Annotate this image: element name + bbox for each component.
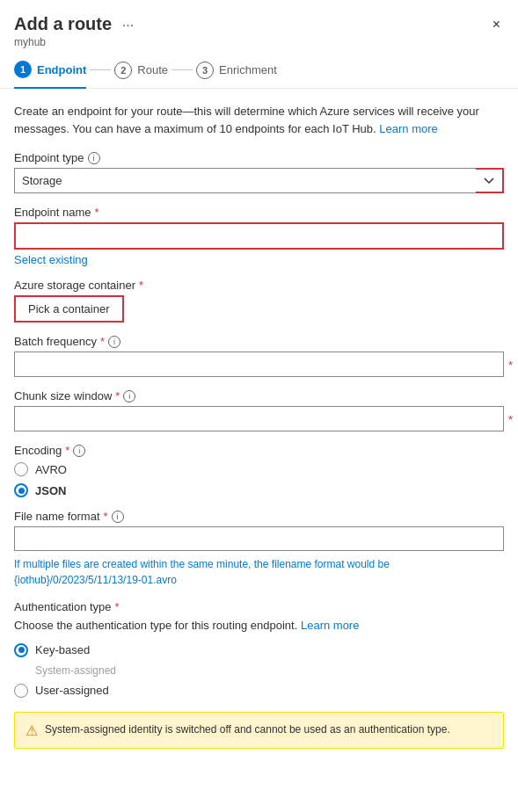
batch-frequency-field: Batch frequency * i 100 * <box>14 335 504 377</box>
endpoint-name-label: Endpoint name * <box>14 206 504 219</box>
endpoint-type-field: Endpoint type i Storage Event Hubs Servi… <box>14 151 504 193</box>
authentication-type-label: Authentication type * <box>14 600 504 613</box>
azure-storage-container-field: Azure storage container * Pick a contain… <box>14 279 504 323</box>
endpoint-type-select-wrapper: Storage Event Hubs Service Bus Queue Ser… <box>14 168 504 193</box>
auth-key-based-option[interactable]: Key-based <box>14 643 504 657</box>
required-star-container: * <box>139 279 143 292</box>
step-label-route: Route <box>137 63 168 76</box>
encoding-label: Encoding * i <box>14 444 504 457</box>
step-label-endpoint: Endpoint <box>37 63 86 76</box>
auth-user-assigned-radio[interactable] <box>14 684 28 698</box>
auth-key-based-radio[interactable] <box>14 643 28 657</box>
encoding-json-radio[interactable] <box>14 483 28 497</box>
title-row: Add a route ··· <box>14 14 134 34</box>
encoding-avro-radio[interactable] <box>14 462 28 476</box>
endpoint-type-info-icon[interactable]: i <box>88 152 100 164</box>
chunk-size-input[interactable]: 100 <box>14 406 504 431</box>
step-divider-1 <box>90 69 111 70</box>
select-existing-link[interactable]: Select existing <box>14 253 88 266</box>
step-label-enrichment: Enrichment <box>219 63 277 76</box>
auth-user-assigned-label: User-assigned <box>35 684 109 697</box>
required-star-batch: * <box>100 335 105 348</box>
panel-subtitle: myhub <box>14 36 134 48</box>
warning-icon: ⚠ <box>26 722 38 739</box>
auth-radio-group: Key-based System-assigned User-assigned <box>14 643 504 698</box>
pick-container-button[interactable]: Pick a container <box>14 295 124 323</box>
encoding-radio-group: AVRO JSON <box>14 462 504 497</box>
encoding-avro-label: AVRO <box>35 463 67 476</box>
step-route[interactable]: 2 Route <box>114 62 168 88</box>
warning-text: System-assigned identity is switched off… <box>45 721 450 737</box>
batch-frequency-info-icon[interactable]: i <box>108 336 120 348</box>
panel-content: Create an endpoint for your route—this w… <box>0 89 518 763</box>
required-star-encoding: * <box>65 444 69 457</box>
chunk-size-asterisk: * <box>508 412 513 425</box>
close-button[interactable]: × <box>489 14 504 35</box>
warning-banner: ⚠ System-assigned identity is switched o… <box>14 712 504 749</box>
step-circle-3: 3 <box>196 62 214 79</box>
batch-frequency-input-wrapper: 100 * <box>14 352 504 377</box>
required-star-auth: * <box>115 600 120 613</box>
endpoint-type-select[interactable]: Storage Event Hubs Service Bus Queue Ser… <box>14 168 504 193</box>
file-name-info-icon[interactable]: i <box>112 511 124 523</box>
endpoint-name-input[interactable]: StorageEndpoint <box>14 222 504 250</box>
encoding-avro-option[interactable]: AVRO <box>14 462 504 476</box>
required-star-chunk: * <box>115 389 120 402</box>
step-circle-2: 2 <box>114 62 132 79</box>
add-route-panel: Add a route ··· myhub × 1 Endpoint 2 Rou… <box>0 0 518 812</box>
chunk-size-window-field: Chunk size window * i 100 * <box>14 389 504 431</box>
batch-frequency-label: Batch frequency * i <box>14 335 504 348</box>
step-circle-1: 1 <box>14 61 32 78</box>
auth-key-based-label: Key-based <box>35 643 90 656</box>
chunk-size-info-icon[interactable]: i <box>123 390 135 402</box>
encoding-json-option[interactable]: JSON <box>14 483 504 497</box>
step-enrichment[interactable]: 3 Enrichment <box>196 62 277 88</box>
file-name-format-label: File name format * i <box>14 510 504 523</box>
auth-system-assigned-sublabel: System-assigned <box>35 664 504 677</box>
authentication-type-section: Authentication type * Choose the authent… <box>14 600 504 749</box>
file-name-format-field: File name format * i {iothub}/{partition… <box>14 510 504 588</box>
learn-more-link[interactable]: Learn more <box>379 122 437 135</box>
encoding-info-icon[interactable]: i <box>73 445 85 457</box>
batch-frequency-asterisk: * <box>508 358 513 371</box>
chunk-size-window-label: Chunk size window * i <box>14 389 504 402</box>
auth-learn-more-link[interactable]: Learn more <box>301 619 359 632</box>
endpoint-name-field: Endpoint name * StorageEndpoint Select e… <box>14 206 504 266</box>
required-star-filename: * <box>104 510 108 523</box>
filename-example: {iothub}/0/2023/5/11/13/19-01.avro <box>14 574 177 586</box>
auth-user-assigned-option[interactable]: User-assigned <box>14 684 504 698</box>
file-name-format-input[interactable]: {iothub}/{partition}/{YYYY}/{MM}/{DD}/{H… <box>14 526 504 551</box>
batch-frequency-input[interactable]: 100 <box>14 352 504 377</box>
step-divider-2 <box>171 69 193 70</box>
required-star: * <box>94 206 98 219</box>
ellipsis-menu[interactable]: ··· <box>122 18 134 33</box>
azure-storage-container-label: Azure storage container * <box>14 279 504 292</box>
steps-bar: 1 Endpoint 2 Route 3 Enrichment <box>0 52 518 89</box>
chunk-size-input-wrapper: 100 * <box>14 406 504 431</box>
panel-header: Add a route ··· myhub × <box>0 0 518 52</box>
filename-hint: If multiple files are created within the… <box>14 556 504 588</box>
encoding-field: Encoding * i AVRO JSON <box>14 444 504 497</box>
endpoint-type-label: Endpoint type i <box>14 151 504 164</box>
panel-description: Create an endpoint for your route—this w… <box>14 103 504 137</box>
step-endpoint[interactable]: 1 Endpoint <box>14 61 86 89</box>
header-left: Add a route ··· myhub <box>14 14 134 48</box>
panel-title: Add a route <box>14 14 112 34</box>
encoding-json-label: JSON <box>35 484 66 497</box>
auth-description: Choose the authentication type for this … <box>14 617 504 634</box>
